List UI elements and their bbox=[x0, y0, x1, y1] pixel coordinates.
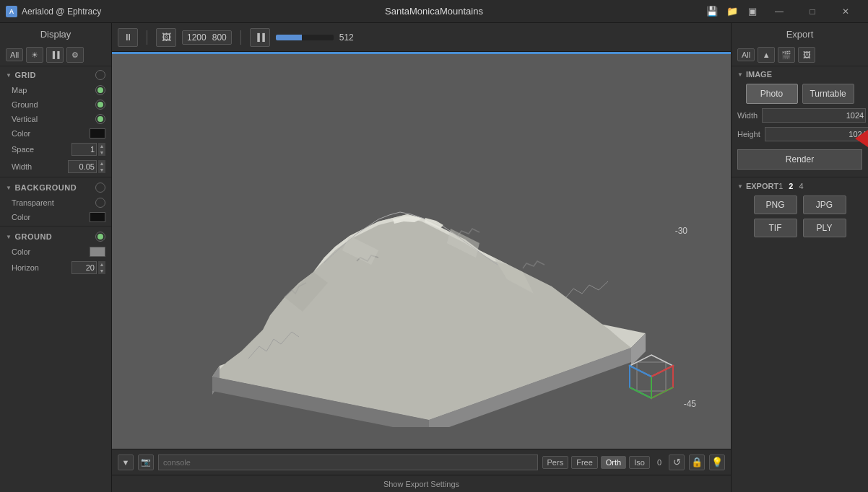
horizon-arrows[interactable]: ▲ ▼ bbox=[98, 261, 105, 274]
tif-btn[interactable]: TIF bbox=[754, 219, 797, 237]
divider1 bbox=[0, 177, 111, 177]
width-spinner[interactable]: 0.05 ▲ ▼ bbox=[68, 160, 105, 173]
export-all-btn[interactable]: All bbox=[737, 48, 755, 61]
ground-radio[interactable] bbox=[95, 100, 105, 110]
transparent-radio[interactable] bbox=[95, 198, 105, 208]
export-panel-header: Export bbox=[732, 23, 868, 44]
maximize-btn[interactable]: □ bbox=[796, 0, 829, 23]
export-num-1[interactable]: 1 bbox=[778, 182, 783, 190]
width-export-input[interactable] bbox=[762, 108, 866, 123]
ply-btn[interactable]: PLY bbox=[803, 219, 846, 237]
grid-section-header[interactable]: ▼ GRID bbox=[0, 66, 111, 83]
space-up[interactable]: ▲ bbox=[98, 143, 105, 149]
svg-line-20 bbox=[651, 387, 673, 398]
iso-btn[interactable]: Iso bbox=[629, 456, 650, 469]
grid-color-swatch[interactable] bbox=[90, 128, 105, 139]
vertical-row: Vertical bbox=[0, 112, 111, 126]
titlebar-left: A Aerialod @ Ephtracy bbox=[6, 6, 101, 17]
orth-btn[interactable]: Orth bbox=[601, 456, 626, 469]
bg-radio[interactable] bbox=[95, 183, 105, 193]
right-panel: Export All ▲ 🎬 🖼 ▼ IMAGE Photo Turntable… bbox=[731, 23, 868, 492]
ground-section-radio[interactable] bbox=[95, 232, 105, 242]
render-btn[interactable]: Render bbox=[737, 149, 862, 170]
space-arrows[interactable]: ▲ ▼ bbox=[98, 143, 105, 156]
pers-btn[interactable]: Pers bbox=[542, 456, 569, 469]
layout-btn[interactable]: ▣ bbox=[742, 0, 763, 23]
vp-divider2 bbox=[240, 30, 241, 45]
expand-btn[interactable]: ▼ bbox=[118, 454, 134, 470]
bg-color-label: Color bbox=[12, 213, 30, 221]
bar-icon-btn[interactable]: ▐▐ bbox=[250, 28, 270, 47]
view-num: 0 bbox=[654, 458, 664, 467]
grid-label: GRID bbox=[14, 71, 36, 79]
width-input[interactable]: 0.05 bbox=[68, 160, 97, 173]
ground-section-header[interactable]: ▼ GROUND bbox=[0, 228, 111, 245]
image-label: IMAGE bbox=[746, 70, 772, 79]
ground-color-swatch[interactable] bbox=[90, 247, 105, 257]
all-btn[interactable]: All bbox=[6, 48, 23, 61]
png-btn[interactable]: PNG bbox=[754, 196, 797, 214]
lock-btn[interactable]: 🔒 bbox=[689, 454, 705, 470]
export-image-btn[interactable]: 🖼 bbox=[798, 47, 815, 63]
vertical-radio[interactable] bbox=[95, 114, 105, 124]
open-btn[interactable]: 📁 bbox=[722, 0, 742, 23]
progress-num: 512 bbox=[339, 32, 354, 43]
minimize-btn[interactable]: — bbox=[763, 0, 796, 23]
map-radio[interactable] bbox=[95, 85, 105, 95]
map-label: Map bbox=[12, 86, 27, 95]
status-bar[interactable]: Show Export Settings bbox=[112, 475, 731, 492]
free-btn[interactable]: Free bbox=[571, 456, 598, 469]
turntable-btn[interactable]: Turntable bbox=[802, 84, 854, 104]
pause-btn[interactable]: ⏸ bbox=[118, 28, 138, 47]
horizon-input[interactable]: 20 bbox=[71, 261, 97, 274]
export-label: EXPORT bbox=[746, 182, 778, 190]
window-controls: 💾 📁 ▣ — □ ✕ bbox=[702, 0, 862, 23]
horizon-up[interactable]: ▲ bbox=[98, 261, 105, 268]
progress-bar bbox=[276, 35, 334, 40]
horizon-down[interactable]: ▼ bbox=[98, 268, 105, 274]
save-btn[interactable]: 💾 bbox=[702, 0, 722, 23]
horizon-row: Horizon 20 ▲ ▼ bbox=[0, 259, 111, 276]
gear-btn[interactable]: ⚙ bbox=[66, 47, 84, 63]
svg-marker-16 bbox=[630, 355, 673, 377]
photo-btn[interactable]: Photo bbox=[746, 84, 798, 104]
jpg-btn[interactable]: JPG bbox=[803, 196, 846, 214]
space-spinner[interactable]: 1 ▲ ▼ bbox=[71, 143, 105, 156]
ground-color-row: Color bbox=[0, 245, 111, 259]
grid-triangle: ▼ bbox=[6, 72, 12, 79]
width-arrows[interactable]: ▲ ▼ bbox=[98, 160, 105, 173]
res-width: 1200 bbox=[187, 32, 207, 43]
image-section-header[interactable]: ▼ IMAGE bbox=[732, 66, 868, 82]
axis-label-bottom: -45 bbox=[684, 399, 696, 409]
width-export-label: Width bbox=[737, 111, 758, 120]
viewport-canvas[interactable]: -30 -45 bbox=[112, 52, 731, 449]
width-up[interactable]: ▲ bbox=[98, 160, 105, 167]
console-input[interactable] bbox=[158, 454, 538, 470]
height-export-input[interactable] bbox=[765, 127, 868, 141]
transparent-label: Transparent bbox=[12, 198, 54, 207]
width-row: Width 0.05 ▲ ▼ bbox=[0, 158, 111, 175]
grid-radio[interactable] bbox=[95, 70, 105, 80]
export-num-2[interactable]: 2 bbox=[789, 182, 793, 190]
display-toolbar: All ☀ ▐▐ ⚙ bbox=[0, 44, 111, 66]
bg-color-swatch[interactable] bbox=[90, 212, 105, 222]
camera-btn[interactable]: 📷 bbox=[138, 454, 154, 470]
mountain-btn[interactable]: ▲ bbox=[758, 47, 775, 63]
sun-btn[interactable]: ☀ bbox=[26, 47, 43, 63]
space-down[interactable]: ▼ bbox=[98, 149, 105, 156]
reset-view-btn[interactable]: ↺ bbox=[669, 454, 685, 470]
close-btn[interactable]: ✕ bbox=[829, 0, 862, 23]
video-btn[interactable]: 🎬 bbox=[778, 47, 795, 63]
background-section-header[interactable]: ▼ BACKGROUND bbox=[0, 179, 111, 196]
width-down[interactable]: ▼ bbox=[98, 167, 105, 173]
app-name: Aerialod @ Ephtracy bbox=[22, 6, 101, 17]
export-num-4[interactable]: 4 bbox=[799, 182, 803, 190]
light-btn[interactable]: 💡 bbox=[709, 454, 725, 470]
image-icon-btn[interactable]: 🖼 bbox=[156, 28, 176, 47]
bg-color-row: Color bbox=[0, 210, 111, 224]
viewport-gizmo bbox=[622, 348, 680, 405]
space-input[interactable]: 1 bbox=[71, 143, 97, 156]
horizon-spinner[interactable]: 20 ▲ ▼ bbox=[71, 261, 105, 274]
resolution-group: 1200 800 bbox=[182, 30, 232, 45]
bar-btn[interactable]: ▐▐ bbox=[46, 47, 64, 63]
